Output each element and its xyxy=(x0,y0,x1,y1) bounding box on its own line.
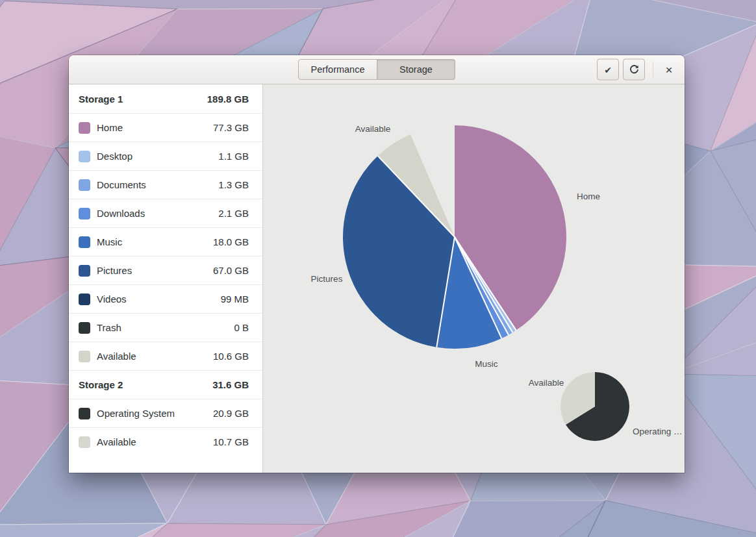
pie2-label-available: Available xyxy=(529,378,564,388)
pie1-label-pictures: Pictures xyxy=(311,274,343,284)
row-label: Home xyxy=(97,122,213,133)
color-chip-operating-system xyxy=(79,408,90,419)
close-button[interactable]: × xyxy=(661,62,677,77)
chart-panel: Available Home Pictures Music Available … xyxy=(263,84,685,473)
refresh-icon xyxy=(629,64,640,75)
header-actions: ✔ × xyxy=(593,59,677,81)
view-switcher: Performance Storage xyxy=(298,59,455,80)
header-separator xyxy=(653,62,653,77)
sidebar-row-documents[interactable]: Documents1.3 GB xyxy=(69,170,262,199)
section-size: 189.8 GB xyxy=(207,94,249,105)
color-chip-home xyxy=(79,122,90,134)
headerbar: Performance Storage ✔ × xyxy=(69,55,685,84)
color-chip-downloads xyxy=(79,208,90,219)
row-size: 67.0 GB xyxy=(213,265,249,276)
sidebar-row-available[interactable]: Available10.6 GB xyxy=(69,342,262,370)
window-content: Storage 1189.8 GBHome77.3 GBDesktop1.1 G… xyxy=(69,84,685,473)
section-title: Storage 2 xyxy=(79,379,212,390)
tab-storage[interactable]: Storage xyxy=(377,59,455,80)
row-label: Trash xyxy=(97,322,234,333)
color-chip-videos xyxy=(79,293,90,305)
pie-slice-pictures xyxy=(343,156,455,347)
sidebar-section-header-storage-1: Storage 1189.8 GB xyxy=(69,84,262,113)
usage-window: Performance Storage ✔ × Storage 1189. xyxy=(69,55,685,473)
row-label: Videos xyxy=(97,293,221,305)
color-chip-pictures xyxy=(79,265,90,277)
row-size: 0 B xyxy=(234,322,249,333)
color-chip-available xyxy=(79,436,90,448)
sidebar-section-header-storage-2: Storage 231.6 GB xyxy=(69,370,262,399)
row-label: Available xyxy=(97,351,213,362)
sidebar-row-pictures[interactable]: Pictures67.0 GB xyxy=(69,256,262,284)
pie2-label-os: Operating … xyxy=(633,427,683,436)
row-label: Desktop xyxy=(97,151,218,162)
sidebar-row-operating-system[interactable]: Operating System20.9 GB xyxy=(69,399,262,427)
row-size: 18.0 GB xyxy=(213,236,249,247)
row-label: Operating System xyxy=(97,408,213,419)
row-label: Music xyxy=(97,236,213,247)
sidebar-row-videos[interactable]: Videos99 MB xyxy=(69,284,262,313)
row-size: 99 MB xyxy=(221,293,249,305)
color-chip-available xyxy=(79,351,90,362)
section-title: Storage 1 xyxy=(79,94,207,105)
row-size: 1.1 GB xyxy=(218,151,249,162)
close-icon: × xyxy=(665,62,672,77)
row-size: 10.7 GB xyxy=(213,436,249,447)
section-size: 31.6 GB xyxy=(212,379,249,390)
pie1-label-home: Home xyxy=(577,192,600,201)
sidebar-row-trash[interactable]: Trash0 B xyxy=(69,313,262,342)
sidebar-row-music[interactable]: Music18.0 GB xyxy=(69,227,262,256)
apply-button[interactable]: ✔ xyxy=(597,59,619,81)
sidebar-row-available[interactable]: Available10.7 GB xyxy=(69,427,262,456)
refresh-button[interactable] xyxy=(623,59,645,81)
color-chip-trash xyxy=(79,322,90,334)
row-label: Documents xyxy=(97,179,218,190)
row-size: 10.6 GB xyxy=(213,351,249,362)
storage-list: Storage 1189.8 GBHome77.3 GBDesktop1.1 G… xyxy=(69,84,263,473)
row-size: 1.3 GB xyxy=(218,179,249,190)
row-size: 2.1 GB xyxy=(218,208,249,219)
row-size: 77.3 GB xyxy=(213,122,249,133)
row-label: Downloads xyxy=(97,208,218,219)
sidebar-row-home[interactable]: Home77.3 GB xyxy=(69,113,262,142)
row-size: 20.9 GB xyxy=(213,408,249,419)
color-chip-documents xyxy=(79,179,90,191)
sidebar-row-downloads[interactable]: Downloads2.1 GB xyxy=(69,199,262,227)
pie1-label-available: Available xyxy=(355,124,391,134)
checkmark-icon: ✔ xyxy=(604,64,612,75)
pie1-label-music: Music xyxy=(475,359,498,369)
sidebar-row-desktop[interactable]: Desktop1.1 GB xyxy=(69,142,262,170)
color-chip-desktop xyxy=(79,151,90,162)
row-label: Available xyxy=(97,436,213,447)
tab-performance[interactable]: Performance xyxy=(298,59,377,80)
row-label: Pictures xyxy=(97,265,213,276)
color-chip-music xyxy=(79,236,90,248)
